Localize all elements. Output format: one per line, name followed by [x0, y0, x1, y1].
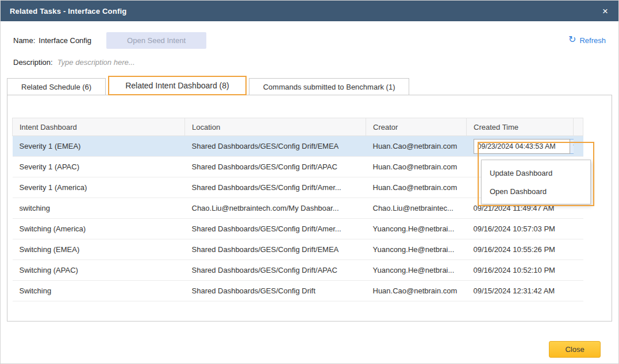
cell-dashboard: Switching — [13, 281, 185, 301]
cell-location: Shared Dashboards/GES/Config Drift/EMEA — [185, 136, 366, 157]
created-time-combobox[interactable]: 09/23/2024 04:43:53 AM — [474, 139, 574, 154]
col-location[interactable]: Location — [185, 118, 366, 136]
open-seed-intent-button[interactable]: Open Seed Intent — [106, 32, 206, 49]
refresh-label: Refresh — [579, 36, 606, 45]
tab-related-intent-dashboard[interactable]: Related Intent Dashboard (8) — [108, 76, 247, 95]
cell-creator: Chao.Liu@netbraintec... — [366, 198, 467, 219]
cell-dashboard: Switching (APAC) — [13, 260, 185, 281]
tab-bar: Related Schedule (6) Related Intent Dash… — [7, 76, 612, 95]
tab-related-schedule[interactable]: Related Schedule (6) — [7, 78, 106, 95]
col-creator[interactable]: Creator — [366, 118, 467, 136]
name-label: Name: — [13, 36, 35, 45]
cell-location: Shared Dashboards/GES/Config Drift/APAC — [185, 157, 366, 177]
cell-dashboard: Switching (America) — [13, 219, 185, 239]
description-field[interactable]: Type description here... — [57, 58, 135, 67]
table-row[interactable]: Switching Shared Dashboards/GES/Config D… — [13, 281, 583, 301]
cell-created-time: 09/23/2024 04:43:53 AM — [467, 136, 574, 157]
cell-created-time: 09/16/2024 10:52:10 PM — [467, 260, 574, 281]
dialog-titlebar: Related Tasks - Interface Config × — [1, 1, 618, 21]
name-value: Interface Config — [39, 36, 91, 45]
table-header-row: Intent Dashboard Location Creator Create… — [13, 118, 583, 136]
cell-location: Shared Dashboards/GES/Config Drift — [185, 281, 366, 301]
cell-dashboard: Severity 1 (America) — [13, 177, 185, 198]
table-row[interactable]: Switching (America) Shared Dashboards/GE… — [13, 219, 583, 239]
cell-creator: Huan.Cao@netbrain.com — [366, 177, 467, 198]
table-row[interactable]: Severity 1 (EMEA) Shared Dashboards/GES/… — [13, 136, 583, 157]
menu-item-update-dashboard[interactable]: Update Dashboard — [482, 164, 590, 182]
cell-creator: Yuancong.He@netbrai... — [366, 239, 467, 260]
refresh-button[interactable]: ↻ Refresh — [568, 36, 606, 45]
cell-dashboard: switching — [13, 198, 185, 219]
cell-location: Shared Dashboards/GES/Config Drift/EMEA — [185, 239, 366, 260]
col-created-time[interactable]: Created Time — [467, 118, 574, 136]
cell-dashboard: Severity 1 (EMEA) — [13, 136, 185, 157]
close-button[interactable]: Close — [549, 341, 601, 358]
name-row: Name: Interface Config Open Seed Intent … — [13, 32, 606, 49]
cell-creator: Yuancong.He@netbrai... — [366, 260, 467, 281]
cell-created-time: 09/16/2024 10:57:03 PM — [467, 219, 574, 239]
menu-item-open-dashboard[interactable]: Open Dashboard — [482, 182, 590, 200]
related-tasks-dialog: Related Tasks - Interface Config × Name:… — [0, 0, 619, 364]
cell-location: Shared Dashboards/GES/Config Drift/APAC — [185, 260, 366, 281]
col-spacer — [574, 118, 583, 136]
table-row[interactable]: Switching (APAC) Shared Dashboards/GES/C… — [13, 260, 583, 281]
tab-commands-benchmark[interactable]: Commands submitted to Benchmark (1) — [249, 78, 410, 95]
dialog-title: Related Tasks - Interface Config — [10, 7, 126, 16]
cell-location: Shared Dashboards/GES/Config Drift/Amer.… — [185, 219, 366, 239]
tab-content-panel: Intent Dashboard Location Creator Create… — [7, 95, 612, 322]
dashboard-context-menu: Update Dashboard Open Dashboard — [481, 160, 591, 204]
cell-created-time: 09/15/2024 12:31:42 AM — [467, 281, 574, 301]
cell-creator: Yuancong.He@netbrai... — [366, 219, 467, 239]
description-row: Description: Type description here... — [13, 58, 606, 67]
refresh-icon: ↻ — [568, 35, 576, 44]
chevron-down-icon[interactable] — [570, 139, 574, 154]
table-row[interactable]: Switching (EMEA) Shared Dashboards/GES/C… — [13, 239, 583, 260]
cell-creator: Huan.Cao@netbrain.com — [366, 136, 467, 157]
cell-location: Chao.Liu@netbraintech.com/My Dashboar... — [185, 198, 366, 219]
dashboard-table: Intent Dashboard Location Creator Create… — [12, 118, 583, 301]
cell-dashboard: Switching (EMEA) — [13, 239, 185, 260]
description-label: Description: — [13, 58, 53, 67]
col-intent-dashboard[interactable]: Intent Dashboard — [13, 118, 185, 136]
cell-creator: Huan.Cao@netbrain.com — [366, 281, 467, 301]
cell-creator: Huan.Cao@netbrain.com — [366, 157, 467, 177]
close-icon[interactable]: × — [602, 6, 608, 16]
cell-location: Shared Dashboards/GES/Config Drift/Amer.… — [185, 177, 366, 198]
cell-dashboard: Severity 1 (APAC) — [13, 157, 185, 177]
cell-created-time: 09/16/2024 10:55:26 PM — [467, 239, 574, 260]
